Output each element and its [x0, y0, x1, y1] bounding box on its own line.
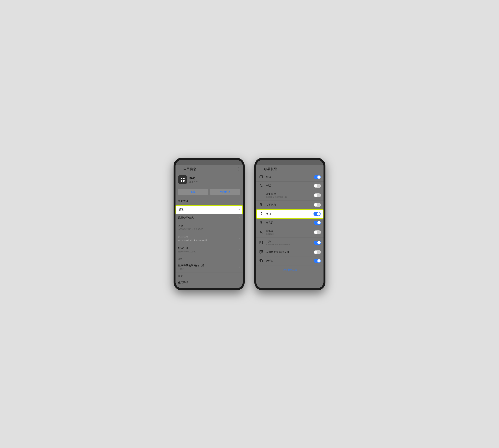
action-buttons: 卸载 强行停止	[176, 187, 243, 197]
app-icon	[178, 175, 187, 184]
phone-permission[interactable]: 电话 ∧	[256, 182, 323, 190]
microphone-permission[interactable]: 麦克风	[256, 219, 323, 227]
permissions-list: 存储 电话 ∧	[256, 173, 323, 288]
right-status-bar	[256, 160, 323, 165]
svg-point-6	[261, 204, 262, 205]
arrow-icon: ›	[239, 237, 240, 240]
camera-toggle[interactable]	[313, 212, 321, 216]
left-status-bar	[176, 160, 243, 165]
install-apps-toggle[interactable]	[314, 250, 321, 254]
svg-rect-5	[260, 176, 263, 178]
float-window-icon	[259, 259, 263, 263]
app-name: 欧易	[189, 176, 201, 180]
overlay-item[interactable]: 显示在其他应用的上层 不允许 ›	[176, 262, 243, 273]
permissions-item[interactable]: 权限 ›	[176, 205, 243, 214]
right-screen: ← 欧易权限 存储	[256, 160, 323, 288]
advanced-section-header: 高级	[176, 256, 243, 262]
svg-rect-19	[261, 250, 263, 252]
float-window-toggle[interactable]	[314, 259, 321, 263]
left-menu-section: 通知管理 › 权限 › 流量使用情况 ›	[176, 197, 243, 288]
calendar-permission[interactable]: 日历 读取日历和新建/修改/删除日历	[256, 238, 323, 248]
svg-rect-0	[180, 177, 185, 182]
right-screen-content: ← 欧易权限 存储	[256, 165, 323, 288]
uninstall-button[interactable]: 卸载	[178, 189, 208, 195]
phone-icon	[259, 184, 263, 188]
svg-rect-7	[260, 213, 263, 215]
device-info-permission[interactable]: 设备信息 读取设备通话状态和识别码	[256, 190, 323, 201]
svg-rect-4	[183, 180, 185, 182]
camera-icon	[259, 212, 264, 216]
svg-rect-3	[181, 180, 182, 182]
camera-permission[interactable]: 相机	[256, 209, 323, 219]
calendar-icon	[259, 240, 263, 245]
phone-toggle[interactable]	[314, 184, 321, 188]
store-section-header: 商店	[176, 273, 243, 279]
right-phone: ← 欧易权限 存储	[254, 158, 325, 290]
svg-rect-1	[181, 178, 182, 179]
right-back-button[interactable]: ←	[259, 167, 262, 171]
svg-rect-9	[261, 221, 262, 223]
storage-permission[interactable]: 存储	[256, 173, 323, 182]
arrow-icon: ›	[239, 248, 240, 251]
contacts-toggle[interactable]	[314, 230, 321, 234]
left-page-title: 应用信息	[183, 167, 237, 171]
arrow-icon: ›	[239, 200, 240, 203]
location-icon	[259, 203, 263, 207]
left-back-button[interactable]: ←	[178, 167, 181, 171]
calendar-toggle[interactable]	[314, 241, 321, 245]
battery-item[interactable]: 耗电详情 自上次充满电后，未消耗任何电量 ›	[176, 233, 243, 244]
left-phone: ← 应用信息 ⋮ 欧易 版本 6.102.0	[174, 158, 245, 290]
svg-rect-20	[260, 252, 261, 253]
microphone-icon	[259, 221, 263, 225]
phone-expand-icon: ∧	[272, 185, 274, 187]
svg-rect-24	[260, 260, 263, 262]
svg-rect-18	[260, 250, 261, 252]
force-stop-button[interactable]: 强行停止	[210, 189, 240, 195]
permissions-arrow-icon: ›	[239, 208, 240, 211]
install-apps-icon	[259, 250, 263, 255]
arrow-icon: ›	[239, 216, 240, 219]
microphone-toggle[interactable]	[314, 221, 321, 225]
svg-rect-2	[183, 178, 185, 179]
location-permission[interactable]: 位置信息	[256, 201, 323, 209]
svg-rect-17	[260, 242, 261, 243]
contacts-permission[interactable]: 通讯录 读取联系人	[256, 227, 323, 238]
location-toggle[interactable]	[314, 203, 321, 207]
svg-point-8	[261, 213, 262, 214]
float-window-permission[interactable]: 悬浮窗	[256, 257, 323, 265]
contacts-icon	[259, 230, 263, 235]
storage-icon	[259, 175, 263, 179]
install-apps-permission[interactable]: 应用内安装其他应用	[256, 248, 323, 257]
left-header: ← 应用信息 ⋮	[176, 165, 243, 173]
app-details: 欧易 版本 6.102.0	[189, 176, 201, 183]
app-version: 版本 6.102.0	[189, 180, 201, 183]
right-header: ← 欧易权限	[256, 165, 323, 173]
data-usage-item[interactable]: 流量使用情况 ›	[176, 214, 243, 222]
device-info-toggle[interactable]	[314, 193, 321, 197]
view-all-button[interactable]: 查看所有权限	[256, 265, 323, 274]
svg-point-12	[260, 231, 262, 232]
right-page-title: 欧易权限	[264, 167, 321, 171]
arrow-icon: ›	[239, 226, 240, 229]
storage-item[interactable]: 存储 内部存储空间已使用 1.05 GB ›	[176, 222, 243, 233]
app-info-section: 欧易 版本 6.102.0	[176, 173, 243, 187]
left-menu-icon[interactable]: ⋮	[237, 167, 240, 171]
app-detail-item[interactable]: 应用详情	[176, 279, 243, 287]
arrow-icon: ›	[239, 266, 240, 269]
notification-management-item[interactable]: 通知管理 ›	[176, 197, 243, 205]
left-screen-content: ← 应用信息 ⋮ 欧易 版本 6.102.0	[176, 165, 243, 288]
default-open-item[interactable]: 默认打开 已设置部分默认选项 ›	[176, 244, 243, 256]
left-screen: ← 应用信息 ⋮ 欧易 版本 6.102.0	[176, 160, 243, 288]
storage-toggle[interactable]	[314, 175, 321, 179]
svg-rect-13	[260, 241, 263, 244]
